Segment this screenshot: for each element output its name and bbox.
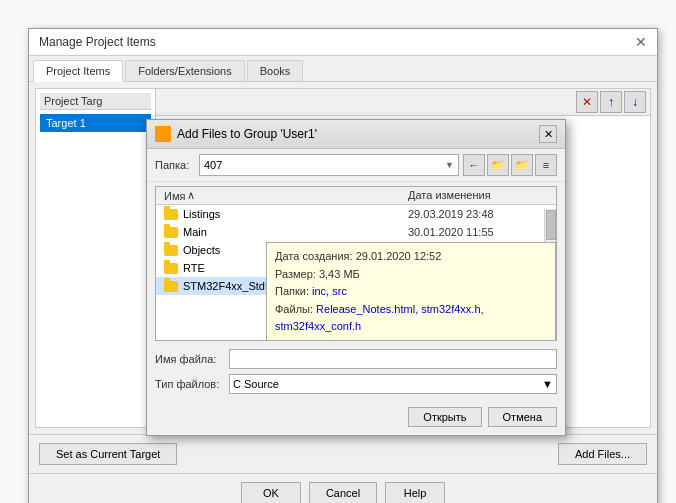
- folder-icon: [164, 263, 178, 274]
- inner-dialog: Add Files to Group 'User1' ✕ Папка: 407 …: [146, 119, 566, 436]
- inner-cancel-btn[interactable]: Отмена: [488, 407, 557, 427]
- folder-icon: [164, 245, 178, 256]
- add-files-btn[interactable]: Add Files...: [558, 443, 647, 465]
- right-toolbar: ✕ ↑ ↓: [156, 89, 650, 116]
- down-icon-btn[interactable]: ↓: [624, 91, 646, 113]
- folder-select-arrow-icon: ▼: [445, 160, 454, 170]
- filetype-select-text: C Source: [233, 378, 279, 390]
- inner-dialog-icon: [155, 126, 171, 142]
- inner-dialog-titlebar: Add Files to Group 'User1' ✕: [147, 120, 565, 149]
- filename-row: Имя файла:: [155, 349, 557, 369]
- inner-dialog-footer: Открыть Отмена: [147, 403, 565, 435]
- manage-dialog: Manage Project Items ✕ Project Items Fol…: [28, 28, 658, 503]
- folder-select[interactable]: 407 ▼: [199, 154, 459, 176]
- folder-label: Папка:: [155, 159, 195, 171]
- folder-select-text: 407: [204, 159, 222, 171]
- file-list-header: Имя ∧ Дата изменения: [156, 187, 556, 205]
- filetype-select[interactable]: C Source ▼: [229, 374, 557, 394]
- tab-books[interactable]: Books: [247, 60, 304, 81]
- filename-input[interactable]: [229, 349, 557, 369]
- sort-arrow-icon: ∧: [187, 189, 195, 202]
- delete-icon-btn[interactable]: ✕: [576, 91, 598, 113]
- inner-bottom: Имя файла: Тип файлов: C Source ▼: [147, 345, 565, 403]
- tooltip-date-created: Дата создания: 29.01.2020 12:52: [275, 248, 547, 266]
- up-icon-btn[interactable]: ↑: [600, 91, 622, 113]
- tooltip-files: Файлы: Release_Notes.html, stm32f4xx.h, …: [275, 301, 547, 336]
- tab-project-items[interactable]: Project Items: [33, 60, 123, 82]
- manage-content: Project Targ Target 1 ✕ ↑ ↓ Add Files to…: [35, 88, 651, 428]
- tree-header: Project Targ: [40, 93, 151, 110]
- nav-back-btn[interactable]: ←: [463, 154, 485, 176]
- filetype-label: Тип файлов:: [155, 378, 225, 390]
- nav-new-folder-btn[interactable]: 📁: [511, 154, 533, 176]
- inner-dialog-close-btn[interactable]: ✕: [539, 125, 557, 143]
- folder-nav-btns: ← 📁 📁 ≡: [463, 154, 557, 176]
- manage-dialog-close-btn[interactable]: ✕: [635, 35, 647, 49]
- folder-icon: [164, 227, 178, 238]
- filetype-arrow-icon: ▼: [542, 378, 553, 390]
- col-name-header[interactable]: Имя ∧: [164, 189, 408, 202]
- tooltip-size: Размер: 3,43 МБ: [275, 266, 547, 284]
- manage-footer-right: Add Files...: [558, 443, 647, 465]
- tabs-bar: Project Items Folders/Extensions Books: [29, 56, 657, 82]
- dialog-footer-outer: OK Cancel Help: [29, 473, 657, 503]
- tooltip-folders: Папки: inc, src: [275, 283, 547, 301]
- filetype-row: Тип файлов: C Source ▼: [155, 374, 557, 394]
- tree-item-target1[interactable]: Target 1: [40, 114, 151, 132]
- scrollbar-thumb[interactable]: [546, 210, 556, 240]
- manage-dialog-title: Manage Project Items: [39, 35, 156, 49]
- inner-open-btn[interactable]: Открыть: [408, 407, 481, 427]
- filename-label: Имя файла:: [155, 353, 225, 365]
- folder-row: Папка: 407 ▼ ← 📁 📁 ≡: [147, 149, 565, 182]
- project-tree: Project Targ Target 1: [36, 89, 156, 427]
- help-btn[interactable]: Help: [385, 482, 445, 503]
- nav-view-btn[interactable]: ≡: [535, 154, 557, 176]
- tab-folders-extensions[interactable]: Folders/Extensions: [125, 60, 245, 81]
- cancel-btn[interactable]: Cancel: [309, 482, 377, 503]
- nav-up-btn[interactable]: 📁: [487, 154, 509, 176]
- col-date-header: Дата изменения: [408, 189, 548, 202]
- folder-icon: [164, 209, 178, 220]
- inner-dialog-title: Add Files to Group 'User1': [177, 127, 317, 141]
- folder-icon: [164, 281, 178, 292]
- tooltip-box: Дата создания: 29.01.2020 12:52 Размер: …: [266, 242, 556, 341]
- file-list-area: Имя ∧ Дата изменения Listings 29.03.2019…: [155, 186, 557, 341]
- set-current-target-btn[interactable]: Set as Current Target: [39, 443, 177, 465]
- manage-footer: Set as Current Target Add Files...: [29, 434, 657, 473]
- inner-title-left: Add Files to Group 'User1': [155, 126, 317, 142]
- manage-dialog-titlebar: Manage Project Items ✕: [29, 29, 657, 56]
- ok-btn[interactable]: OK: [241, 482, 301, 503]
- file-item-listings[interactable]: Listings 29.03.2019 23:48: [156, 205, 556, 223]
- file-item-main[interactable]: Main 30.01.2020 11:55: [156, 223, 556, 241]
